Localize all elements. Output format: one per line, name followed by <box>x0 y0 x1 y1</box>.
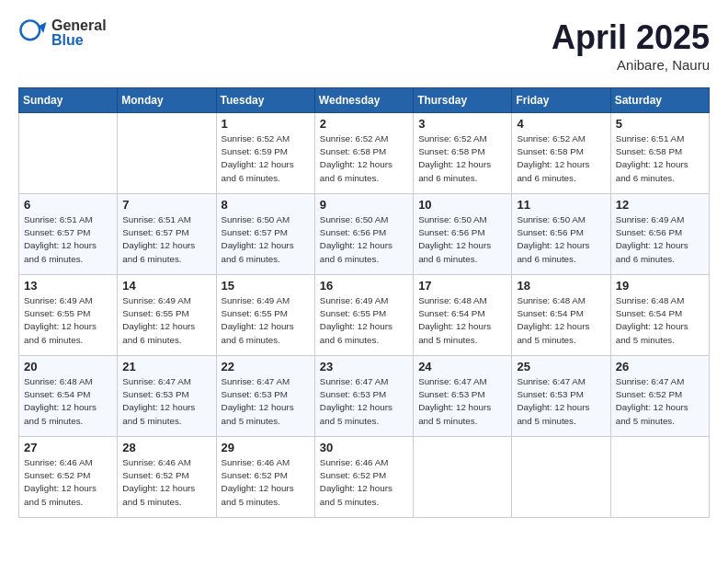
day-info: Sunrise: 6:47 AMSunset: 6:53 PMDaylight:… <box>222 375 310 428</box>
header-row: SundayMondayTuesdayWednesdayThursdayFrid… <box>19 88 710 113</box>
header-day-monday: Monday <box>118 88 216 113</box>
day-number: 16 <box>320 279 408 293</box>
calendar-cell <box>19 113 118 194</box>
day-number: 22 <box>222 360 310 373</box>
day-number: 23 <box>320 360 408 373</box>
week-row-3: 13Sunrise: 6:49 AMSunset: 6:55 PMDayligh… <box>19 275 710 356</box>
calendar-cell: 14Sunrise: 6:49 AMSunset: 6:55 PMDayligh… <box>118 275 216 356</box>
day-info: Sunrise: 6:46 AMSunset: 6:52 PMDaylight:… <box>320 456 408 509</box>
day-number: 20 <box>24 360 112 373</box>
calendar-cell <box>512 437 610 518</box>
day-number: 14 <box>122 279 210 293</box>
day-number: 7 <box>122 198 210 212</box>
day-number: 10 <box>418 198 506 212</box>
calendar-cell: 2Sunrise: 6:52 AMSunset: 6:58 PMDaylight… <box>314 113 413 194</box>
calendar-cell: 8Sunrise: 6:50 AMSunset: 6:57 PMDaylight… <box>216 194 314 275</box>
day-number: 11 <box>517 198 605 212</box>
day-info: Sunrise: 6:47 AMSunset: 6:52 PMDaylight:… <box>616 375 704 428</box>
calendar-cell: 12Sunrise: 6:49 AMSunset: 6:56 PMDayligh… <box>610 194 709 275</box>
day-info: Sunrise: 6:47 AMSunset: 6:53 PMDaylight:… <box>320 375 408 428</box>
day-number: 8 <box>222 198 310 212</box>
day-number: 15 <box>222 279 310 293</box>
day-info: Sunrise: 6:52 AMSunset: 6:58 PMDaylight:… <box>517 132 605 185</box>
day-info: Sunrise: 6:47 AMSunset: 6:53 PMDaylight:… <box>122 375 210 428</box>
day-number: 6 <box>24 198 112 212</box>
calendar-cell: 20Sunrise: 6:48 AMSunset: 6:54 PMDayligh… <box>19 356 118 437</box>
calendar-cell: 26Sunrise: 6:47 AMSunset: 6:52 PMDayligh… <box>610 356 709 437</box>
calendar-cell: 19Sunrise: 6:48 AMSunset: 6:54 PMDayligh… <box>610 275 709 356</box>
calendar-cell: 13Sunrise: 6:49 AMSunset: 6:55 PMDayligh… <box>19 275 118 356</box>
calendar-cell: 22Sunrise: 6:47 AMSunset: 6:53 PMDayligh… <box>216 356 314 437</box>
day-number: 29 <box>222 441 310 454</box>
header-day-friday: Friday <box>512 88 610 113</box>
header-day-wednesday: Wednesday <box>314 88 413 113</box>
day-info: Sunrise: 6:46 AMSunset: 6:52 PMDaylight:… <box>222 456 310 509</box>
title-block: April 2025 Anibare, Nauru <box>552 18 710 73</box>
calendar-cell <box>118 113 216 194</box>
day-number: 19 <box>616 279 704 293</box>
day-info: Sunrise: 6:48 AMSunset: 6:54 PMDaylight:… <box>418 294 506 347</box>
day-info: Sunrise: 6:48 AMSunset: 6:54 PMDaylight:… <box>24 375 112 428</box>
day-info: Sunrise: 6:49 AMSunset: 6:55 PMDaylight:… <box>24 294 112 347</box>
calendar-cell: 24Sunrise: 6:47 AMSunset: 6:53 PMDayligh… <box>414 356 512 437</box>
calendar-cell: 5Sunrise: 6:51 AMSunset: 6:58 PMDaylight… <box>610 113 709 194</box>
day-info: Sunrise: 6:50 AMSunset: 6:57 PMDaylight:… <box>222 213 310 266</box>
logo-icon <box>18 18 48 48</box>
day-number: 1 <box>222 117 310 131</box>
calendar-cell: 28Sunrise: 6:46 AMSunset: 6:52 PMDayligh… <box>118 437 216 518</box>
day-info: Sunrise: 6:51 AMSunset: 6:57 PMDaylight:… <box>24 213 112 266</box>
day-info: Sunrise: 6:48 AMSunset: 6:54 PMDaylight:… <box>616 294 704 347</box>
logo: General Blue <box>18 18 107 48</box>
week-row-5: 27Sunrise: 6:46 AMSunset: 6:52 PMDayligh… <box>19 437 710 518</box>
calendar-cell: 3Sunrise: 6:52 AMSunset: 6:58 PMDaylight… <box>414 113 512 194</box>
day-number: 26 <box>616 360 704 373</box>
calendar-cell: 11Sunrise: 6:50 AMSunset: 6:56 PMDayligh… <box>512 194 610 275</box>
day-info: Sunrise: 6:49 AMSunset: 6:55 PMDaylight:… <box>122 294 210 347</box>
calendar-cell: 1Sunrise: 6:52 AMSunset: 6:59 PMDaylight… <box>216 113 314 194</box>
header-day-saturday: Saturday <box>610 88 709 113</box>
calendar-header: SundayMondayTuesdayWednesdayThursdayFrid… <box>19 88 710 113</box>
day-number: 18 <box>517 279 605 293</box>
calendar-cell: 9Sunrise: 6:50 AMSunset: 6:56 PMDaylight… <box>314 194 413 275</box>
header-day-thursday: Thursday <box>414 88 512 113</box>
calendar-cell: 17Sunrise: 6:48 AMSunset: 6:54 PMDayligh… <box>414 275 512 356</box>
day-number: 13 <box>24 279 112 293</box>
day-info: Sunrise: 6:52 AMSunset: 6:59 PMDaylight:… <box>222 132 310 185</box>
day-number: 30 <box>320 441 408 454</box>
day-number: 9 <box>320 198 408 212</box>
page-header: General Blue April 2025 Anibare, Nauru <box>18 18 710 73</box>
day-number: 4 <box>517 117 605 131</box>
week-row-4: 20Sunrise: 6:48 AMSunset: 6:54 PMDayligh… <box>19 356 710 437</box>
day-info: Sunrise: 6:48 AMSunset: 6:54 PMDaylight:… <box>517 294 605 347</box>
day-info: Sunrise: 6:46 AMSunset: 6:52 PMDaylight:… <box>24 456 112 509</box>
day-number: 24 <box>418 360 506 373</box>
calendar-cell: 21Sunrise: 6:47 AMSunset: 6:53 PMDayligh… <box>118 356 216 437</box>
calendar-cell <box>414 437 512 518</box>
calendar-cell: 25Sunrise: 6:47 AMSunset: 6:53 PMDayligh… <box>512 356 610 437</box>
calendar-cell: 30Sunrise: 6:46 AMSunset: 6:52 PMDayligh… <box>314 437 413 518</box>
day-info: Sunrise: 6:47 AMSunset: 6:53 PMDaylight:… <box>517 375 605 428</box>
calendar-body: 1Sunrise: 6:52 AMSunset: 6:59 PMDaylight… <box>19 113 710 518</box>
day-info: Sunrise: 6:50 AMSunset: 6:56 PMDaylight:… <box>418 213 506 266</box>
calendar-cell: 6Sunrise: 6:51 AMSunset: 6:57 PMDaylight… <box>19 194 118 275</box>
day-info: Sunrise: 6:49 AMSunset: 6:56 PMDaylight:… <box>616 213 704 266</box>
calendar-table: SundayMondayTuesdayWednesdayThursdayFrid… <box>18 87 710 518</box>
week-row-2: 6Sunrise: 6:51 AMSunset: 6:57 PMDaylight… <box>19 194 710 275</box>
calendar-cell: 4Sunrise: 6:52 AMSunset: 6:58 PMDaylight… <box>512 113 610 194</box>
calendar-cell: 18Sunrise: 6:48 AMSunset: 6:54 PMDayligh… <box>512 275 610 356</box>
day-number: 5 <box>616 117 704 131</box>
location: Anibare, Nauru <box>552 57 710 73</box>
day-info: Sunrise: 6:50 AMSunset: 6:56 PMDaylight:… <box>517 213 605 266</box>
day-number: 3 <box>418 117 506 131</box>
day-info: Sunrise: 6:47 AMSunset: 6:53 PMDaylight:… <box>418 375 506 428</box>
calendar-cell: 29Sunrise: 6:46 AMSunset: 6:52 PMDayligh… <box>216 437 314 518</box>
day-info: Sunrise: 6:46 AMSunset: 6:52 PMDaylight:… <box>122 456 210 509</box>
day-number: 21 <box>122 360 210 373</box>
day-number: 17 <box>418 279 506 293</box>
day-number: 12 <box>616 198 704 212</box>
logo-blue: Blue <box>51 33 107 48</box>
day-info: Sunrise: 6:51 AMSunset: 6:57 PMDaylight:… <box>122 213 210 266</box>
calendar-cell: 16Sunrise: 6:49 AMSunset: 6:55 PMDayligh… <box>314 275 413 356</box>
month-title: April 2025 <box>552 18 710 57</box>
logo-text: General Blue <box>51 18 107 48</box>
